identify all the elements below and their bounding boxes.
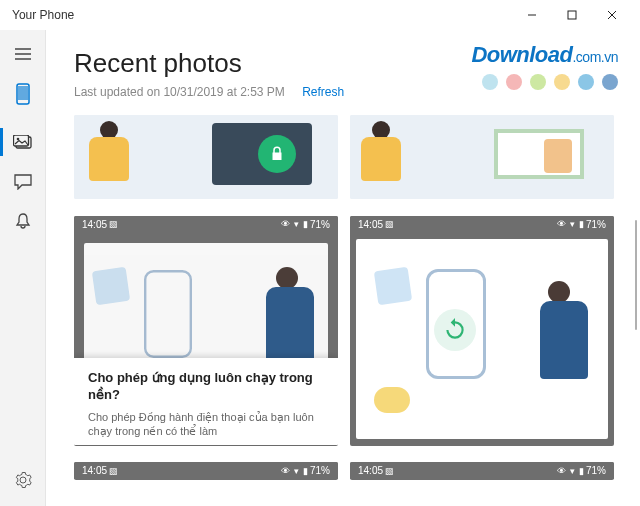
permission-dialog: Cho phép ứng dụng luôn chạy trong nền? C… [74,358,338,444]
eye-icon: 👁 [281,219,290,229]
svg-rect-10 [13,135,28,146]
image-indicator-icon: ▧ [109,466,118,476]
bell-icon [15,213,31,231]
watermark-dots [471,74,618,90]
status-battery: 71% [586,219,606,230]
eye-icon: 👁 [281,466,290,476]
sidebar-item-notifications[interactable] [0,202,46,242]
photo-thumb[interactable] [350,115,614,199]
battery-icon: ▮ [303,219,308,229]
sidebar [0,30,46,506]
app-shell: Download.com.vn Recent photos Last updat… [0,30,640,506]
sidebar-item-settings[interactable] [0,460,46,500]
hamburger-button[interactable] [0,34,46,74]
sidebar-item-phone[interactable] [0,74,46,114]
content-area: Download.com.vn Recent photos Last updat… [46,30,640,506]
eye-icon: 👁 [557,466,566,476]
battery-icon: ▮ [303,466,308,476]
sidebar-item-photos[interactable] [0,122,46,162]
status-battery: 71% [310,219,330,230]
last-updated-text: Last updated on 10/31/2019 at 2:53 PM [74,85,285,99]
phone-statusbar: 14:05 ▧ 👁 ▾ ▮ 71% [74,462,338,479]
photo-thumb[interactable] [74,115,338,199]
sidebar-item-messages[interactable] [0,162,46,202]
photo-thumb[interactable]: 14:05 ▧ 👁 ▾ ▮ 71% [74,462,338,480]
illustration [74,115,338,199]
gear-icon [14,471,32,489]
phone-illustration [144,270,192,358]
status-time: 14:05 [82,465,107,476]
status-time: 14:05 [358,219,383,230]
scrollbar[interactable] [635,220,637,330]
battery-icon: ▮ [579,466,584,476]
lock-icon [258,135,296,173]
close-button[interactable] [592,0,632,30]
watermark-dot [602,74,618,90]
watermark: Download.com.vn [471,42,618,90]
watermark-dot [554,74,570,90]
watermark-dot [530,74,546,90]
photo-grid: 14:05 ▧ 👁 ▾ ▮ 71% [74,115,614,485]
wifi-icon: ▾ [570,466,575,476]
watermark-dot [506,74,522,90]
maximize-button[interactable] [552,0,592,30]
svg-rect-1 [568,11,576,19]
eye-icon: 👁 [557,219,566,229]
photos-icon [13,135,33,150]
dialog-title: Cho phép ứng dụng luôn chạy trong nền? [88,370,324,404]
watermark-dot [578,74,594,90]
battery-icon: ▮ [579,219,584,229]
status-battery: 71% [586,465,606,476]
status-battery: 71% [310,465,330,476]
hamburger-icon [15,48,31,60]
window-title: Your Phone [8,8,74,22]
svg-rect-8 [18,86,28,100]
phone-icon [16,83,30,105]
image-indicator-icon: ▧ [385,219,394,229]
illustration [350,115,614,199]
sync-icon [434,309,476,351]
dialog-body: Cho phép Đồng hành điện thoại của bạn lu… [88,410,324,439]
photo-thumb[interactable]: 14:05 ▧ 👁 ▾ ▮ 71% [350,462,614,480]
photo-thumb[interactable]: 14:05 ▧ 👁 ▾ ▮ 71% [350,216,614,446]
phone-statusbar: 14:05 ▧ 👁 ▾ ▮ 71% [350,216,614,233]
phone-body [356,239,608,439]
wifi-icon: ▾ [294,466,299,476]
watermark-text: Download.com.vn [471,42,618,68]
status-time: 14:05 [82,219,107,230]
wifi-icon: ▾ [570,219,575,229]
frame-illustration [494,129,584,179]
status-time: 14:05 [358,465,383,476]
wifi-icon: ▾ [294,219,299,229]
photo-illustration [374,266,412,304]
phone-statusbar: 14:05 ▧ 👁 ▾ ▮ 71% [350,462,614,479]
refresh-link[interactable]: Refresh [302,85,344,99]
person-illustration [84,119,134,195]
minimize-button[interactable] [512,0,552,30]
phone-statusbar: 14:05 ▧ 👁 ▾ ▮ 71% [74,216,338,233]
photo-thumb[interactable]: 14:05 ▧ 👁 ▾ ▮ 71% [74,216,338,446]
image-indicator-icon: ▧ [385,466,394,476]
photo-illustration [92,266,130,304]
watermark-dot [482,74,498,90]
chat-bubble-illustration [374,387,410,413]
person-illustration [356,119,406,195]
titlebar: Your Phone [0,0,640,30]
messages-icon [14,174,32,190]
image-indicator-icon: ▧ [109,219,118,229]
